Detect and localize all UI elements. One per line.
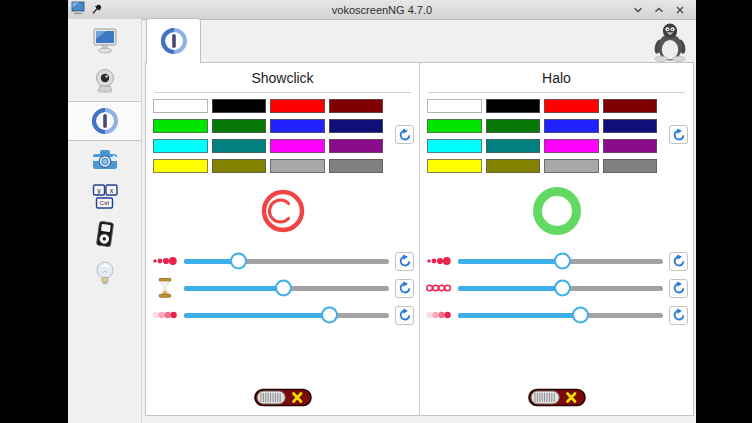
color-swatch[interactable] (270, 99, 325, 113)
slider-row (146, 305, 419, 325)
slider-reset-button[interactable] (669, 306, 688, 325)
color-swatch[interactable] (329, 159, 384, 173)
color-swatch[interactable] (427, 159, 482, 173)
camera-icon (91, 146, 119, 174)
sidebar-item-hotkeys[interactable]: yxCtrl (68, 179, 141, 215)
app-icon (71, 1, 85, 19)
color-swatch[interactable] (427, 99, 482, 113)
slider-handle[interactable] (230, 253, 247, 270)
slider[interactable] (458, 259, 663, 264)
color-swatch[interactable] (153, 119, 208, 133)
slider[interactable] (184, 286, 389, 291)
color-swatch[interactable] (153, 139, 208, 153)
slider-fill (184, 286, 282, 291)
monitor-icon (91, 27, 119, 55)
color-swatch[interactable] (153, 99, 208, 113)
color-swatch[interactable] (544, 119, 599, 133)
preview (146, 184, 419, 242)
sliders (420, 251, 693, 325)
sidebar-item-player[interactable] (68, 215, 141, 253)
undo-arrow-icon (398, 281, 412, 295)
slider-handle[interactable] (554, 280, 571, 297)
color-swatch[interactable] (603, 99, 658, 113)
color-swatch[interactable] (270, 119, 325, 133)
color-grid (427, 99, 657, 173)
undo-arrow-icon (398, 254, 412, 268)
slider-reset-button[interactable] (669, 279, 688, 298)
color-swatch[interactable] (212, 159, 267, 173)
color-swatch[interactable] (486, 159, 541, 173)
slider-handle[interactable] (572, 307, 589, 324)
color-swatch[interactable] (427, 119, 482, 133)
tab-showclick[interactable] (146, 18, 201, 63)
app-window: vokoscreenNG 4.7.0 (68, 0, 696, 423)
color-swatch[interactable] (603, 139, 658, 153)
minimize-button[interactable] (632, 4, 644, 16)
window-title: vokoscreenNG 4.7.0 (68, 4, 696, 16)
maximize-button[interactable] (653, 4, 665, 16)
color-swatch[interactable] (329, 119, 384, 133)
slider-reset-button[interactable] (395, 252, 414, 271)
preview (420, 184, 693, 242)
slider-row (420, 305, 693, 325)
slider-reset-button[interactable] (395, 306, 414, 325)
slider-fill (458, 313, 579, 318)
color-swatch[interactable] (486, 119, 541, 133)
color-swatch[interactable] (212, 119, 267, 133)
slider-handle[interactable] (321, 307, 338, 324)
hourglass-icon (152, 278, 178, 298)
slider[interactable] (184, 313, 389, 318)
color-grid (153, 99, 383, 173)
undo-arrow-icon (672, 128, 686, 142)
fading-dots-icon (152, 309, 178, 321)
preview-shape (529, 183, 585, 243)
slider[interactable] (458, 313, 663, 318)
sidebar-item-info[interactable] (68, 253, 141, 293)
lightbulb-icon (91, 259, 119, 287)
sidebar-item-showclick[interactable] (68, 101, 141, 141)
toggle-off-button[interactable] (254, 388, 312, 407)
keyboard-keys-icon: yxCtrl (91, 183, 119, 211)
slider-reset-button[interactable] (395, 279, 414, 298)
color-swatch[interactable] (544, 159, 599, 173)
slider-handle[interactable] (275, 280, 292, 297)
palette-reset-button[interactable] (395, 125, 414, 144)
slider[interactable] (184, 259, 389, 264)
tux-logo (648, 21, 692, 66)
palette-reset-button[interactable] (669, 125, 688, 144)
color-swatch[interactable] (486, 99, 541, 113)
color-swatch[interactable] (153, 159, 208, 173)
color-swatch[interactable] (603, 159, 658, 173)
color-swatch[interactable] (603, 119, 658, 133)
slider-handle[interactable] (554, 253, 571, 270)
chevron-down-icon (632, 4, 644, 16)
color-swatch[interactable] (427, 139, 482, 153)
toggle-off-icon (254, 388, 312, 407)
sidebar-item-screenshot[interactable] (68, 141, 141, 179)
slider-fill (458, 259, 561, 264)
sliders (146, 251, 419, 325)
pin-icon[interactable] (91, 1, 103, 19)
sidebar-item-webcam[interactable] (68, 61, 141, 101)
color-swatch[interactable] (270, 139, 325, 153)
rings-icon (426, 282, 452, 294)
toggle-off-button[interactable] (528, 388, 586, 407)
undo-arrow-icon (672, 254, 686, 268)
color-swatch[interactable] (544, 99, 599, 113)
color-swatch[interactable] (329, 99, 384, 113)
slider[interactable] (458, 286, 663, 291)
color-swatch[interactable] (212, 139, 267, 153)
color-swatch[interactable] (212, 99, 267, 113)
color-swatch[interactable] (270, 159, 325, 173)
color-swatch[interactable] (544, 139, 599, 153)
color-swatch[interactable] (329, 139, 384, 153)
close-button[interactable] (674, 4, 686, 16)
sidebar-item-screen[interactable] (68, 21, 141, 61)
undo-arrow-icon (398, 128, 412, 142)
panel-title: Showclick (146, 70, 419, 86)
color-swatch[interactable] (486, 139, 541, 153)
titlebar: vokoscreenNG 4.7.0 (68, 0, 696, 20)
header-divider (428, 92, 685, 93)
slider-reset-button[interactable] (669, 252, 688, 271)
preview-shape (255, 183, 311, 243)
